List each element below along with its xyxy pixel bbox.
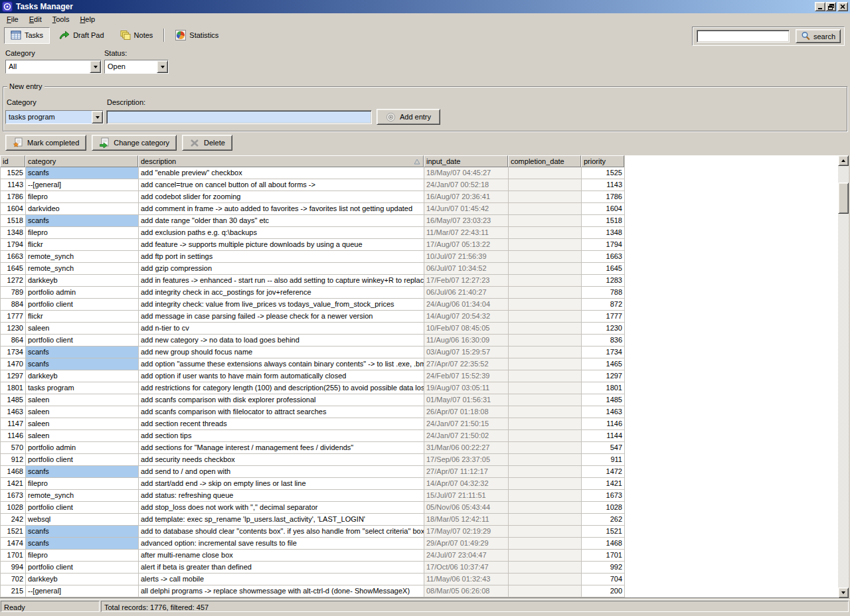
cell-description: add in features -> enhanced - start run …: [139, 275, 424, 287]
table-row[interactable]: 1147saleenadd section recent threads24/J…: [1, 418, 625, 430]
app-icon: [2, 1, 13, 12]
table-row[interactable]: 1645remote_synchadd gzip compression06/J…: [1, 263, 625, 275]
change-category-button[interactable]: Change category: [92, 135, 177, 151]
add-entry-button[interactable]: Add entry: [377, 109, 440, 125]
minimize-button[interactable]: [815, 2, 825, 11]
table-row[interactable]: 1272darkkeybadd in features -> enhanced …: [1, 275, 625, 287]
table-row[interactable]: 789portfolio adminadd integrity check in…: [1, 287, 625, 299]
scroll-up-button[interactable]: [838, 155, 849, 166]
cell-description: add integrity check: value from live_pri…: [139, 299, 424, 311]
table-row[interactable]: 912portfolio clientadd security needs ch…: [1, 454, 625, 466]
table-row[interactable]: 242websqladd template: exec sp_rename 'l…: [1, 514, 625, 526]
search-panel: search: [692, 27, 845, 46]
table-row[interactable]: 864portfolio clientadd new category -> n…: [1, 335, 625, 346]
tab-tasks[interactable]: Tasks: [4, 27, 50, 44]
table-row[interactable]: 570portfolio adminadd sections for "Mana…: [1, 442, 625, 454]
column-header-description[interactable]: description: [138, 155, 424, 167]
table-row[interactable]: 1673remote_synchadd status: refreshing q…: [1, 490, 625, 502]
menu-edit[interactable]: Edit: [24, 14, 47, 25]
vertical-scrollbar[interactable]: [838, 155, 849, 598]
cell-priority: 1028: [582, 502, 625, 514]
filter-status-combobox[interactable]: Open: [104, 60, 169, 74]
tab-statistics[interactable]: Statistics: [169, 27, 225, 44]
table-row[interactable]: 1521scanfsadd to database should clear "…: [1, 526, 625, 538]
table-row[interactable]: 1734scanfsadd new group should focus nam…: [1, 346, 625, 358]
table-row[interactable]: 994portfolio clientalert if beta is grea…: [1, 562, 625, 574]
table-row[interactable]: 884portfolio clientadd integrity check: …: [1, 299, 625, 311]
table-row[interactable]: 1801tasks programadd restrictions for ca…: [1, 382, 625, 394]
menu-file[interactable]: File: [1, 14, 24, 25]
restore-button[interactable]: [825, 2, 836, 11]
cell-input_date: 14/Apr/07 04:32:32: [424, 478, 509, 490]
scrollbar-thumb[interactable]: [838, 183, 849, 214]
cell-id: 1230: [1, 323, 26, 335]
table-row[interactable]: 1794flickradd feature -> supports multip…: [1, 239, 625, 251]
tab-notes[interactable]: Notes: [114, 27, 160, 44]
mark-completed-button[interactable]: Mark completed: [5, 135, 86, 151]
table-row[interactable]: 1663remote_synchadd ftp port in settings…: [1, 251, 625, 263]
tab-draft-pad[interactable]: Draft Pad: [52, 27, 110, 44]
cell-priority: 1465: [582, 358, 625, 370]
delete-button[interactable]: Delete: [182, 135, 232, 151]
table-row[interactable]: 1470scanfsadd option "assume these exten…: [1, 358, 625, 370]
cell-completion_date: [509, 574, 582, 585]
new-entry-description-input[interactable]: [106, 110, 372, 124]
scroll-down-button[interactable]: [838, 587, 849, 598]
combo-drop-button[interactable]: [157, 60, 168, 73]
search-input[interactable]: [697, 30, 790, 42]
column-header-id[interactable]: id: [0, 155, 25, 167]
cell-id: 1146: [1, 430, 26, 442]
cell-id: 912: [1, 454, 26, 466]
search-button[interactable]: search: [796, 29, 841, 43]
cell-input_date: 19/Aug/07 03:05:11: [424, 382, 509, 394]
cell-id: 1521: [1, 526, 26, 538]
new-entry-category-combobox[interactable]: tasks program: [5, 110, 104, 124]
menu-help[interactable]: Help: [74, 14, 100, 25]
cell-completion_date: [509, 585, 582, 597]
delete-x-icon: [189, 137, 200, 148]
table-row[interactable]: 1525scanfsadd "enable preview" checkbox1…: [1, 167, 625, 179]
table-row[interactable]: 1518scanfsadd date range "older than 30 …: [1, 215, 625, 227]
table-row[interactable]: 1777flickradd message in case parsing fa…: [1, 311, 625, 323]
cell-id: 1645: [1, 263, 26, 275]
table-row[interactable]: 1146saleenadd section tips24/Jan/07 21:5…: [1, 430, 625, 442]
table-row[interactable]: 1348fileproadd exclusion paths e.g. q:\b…: [1, 227, 625, 239]
table-row[interactable]: 1421fileproadd start/add end -> skip on …: [1, 478, 625, 490]
table-row[interactable]: 1474scanfsadvanced option: incremental s…: [1, 538, 625, 550]
table-row[interactable]: 215--[general]all delphi programs -> rep…: [1, 585, 625, 597]
cell-input_date: 16/May/07 23:03:23: [424, 215, 509, 227]
table-row[interactable]: 1701fileproafter multi-rename close box2…: [1, 550, 625, 562]
cell-priority: 1777: [582, 311, 625, 323]
close-button[interactable]: [837, 2, 848, 11]
title-bar[interactable]: Tasks Manager: [0, 0, 850, 13]
table-row[interactable]: 1028portfolio clientadd stop_loss does n…: [1, 502, 625, 514]
cell-input_date: 16/Aug/07 20:36:41: [424, 191, 509, 203]
cell-category: scanfs: [26, 167, 139, 179]
combo-drop-button[interactable]: [90, 60, 101, 73]
column-header-completion-date[interactable]: completion_date: [508, 155, 581, 167]
table-row[interactable]: 1485saleenadd scanfs comparison with dis…: [1, 394, 625, 406]
table-row[interactable]: 1297darkkeybadd option if user wants to …: [1, 370, 625, 382]
cell-description: add ftp port in settings: [139, 251, 424, 263]
table-row[interactable]: 702darkkeybalerts -> call mobile11/May/0…: [1, 574, 625, 585]
filter-category-combobox[interactable]: All: [5, 60, 102, 74]
combo-drop-button[interactable]: [92, 111, 103, 123]
table-row[interactable]: 1604darkvideoadd comment in frame -> aut…: [1, 203, 625, 215]
menu-tools[interactable]: Tools: [47, 14, 75, 25]
table-row[interactable]: 1468scanfsadd send to / and open with27/…: [1, 466, 625, 478]
cell-description: add integrity check in acc_postings for …: [139, 287, 424, 299]
table-row[interactable]: 1463saleenadd scanfs comparison with fil…: [1, 406, 625, 418]
cell-id: 1777: [1, 311, 26, 323]
cell-priority: 547: [582, 442, 625, 454]
cell-category: darkkeyb: [26, 275, 139, 287]
cell-description: add gzip compression: [139, 263, 424, 275]
cell-category: --[general]: [26, 179, 139, 191]
column-header-priority[interactable]: priority: [581, 155, 624, 167]
table-row[interactable]: 1786fileproadd codebot slider for zoomin…: [1, 191, 625, 203]
cell-description: alert if beta is greater than defined: [139, 562, 424, 574]
column-header-category[interactable]: category: [25, 155, 138, 167]
column-header-input-date[interactable]: input_date: [424, 155, 508, 167]
table-row[interactable]: 1143--[general]add cancel=true on cancel…: [1, 179, 625, 191]
table-row[interactable]: 1230saleenadd n-tier to cv10/Feb/07 08:4…: [1, 323, 625, 335]
cell-priority: 1786: [582, 191, 625, 203]
